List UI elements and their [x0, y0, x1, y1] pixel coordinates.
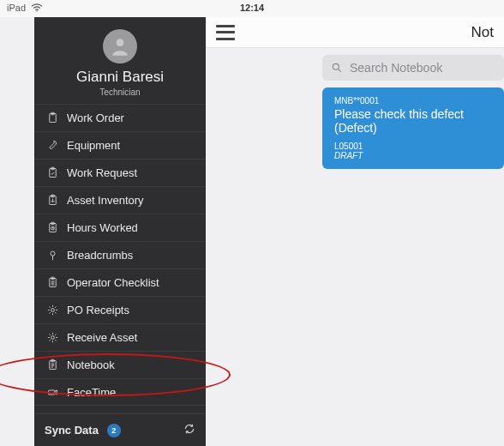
- user-role: Technician: [34, 87, 206, 97]
- sidebar-item-label: Operator Checklist: [67, 276, 159, 289]
- sidebar-item-label: Notebook: [67, 359, 115, 371]
- svg-point-1: [117, 39, 124, 46]
- clipboard-check-icon: [43, 166, 62, 179]
- main: Not Search Notebook MNB**0001 Please che…: [206, 17, 504, 446]
- topbar: Not: [206, 17, 504, 48]
- card-title: Please check this defect (Defect): [334, 107, 492, 135]
- avatar: [103, 29, 137, 63]
- clipboard-icon: [43, 112, 62, 124]
- sidebar-item-label: Equipment: [67, 139, 120, 152]
- search-placeholder: Search Notebook: [350, 61, 442, 75]
- pin-icon: [43, 249, 62, 262]
- sidebar-item-hours-worked[interactable]: Hours Worked: [34, 214, 206, 241]
- sync-badge: 2: [107, 424, 121, 437]
- sidebar-item-po-receipts[interactable]: PO Receipts: [34, 296, 206, 323]
- sidebar-item-facetime[interactable]: FaceTime: [34, 378, 206, 406]
- wifi-icon: [31, 3, 43, 12]
- sidebar-item-breadcrumbs[interactable]: Breadcrumbs: [34, 241, 206, 268]
- sidebar-item-work-request[interactable]: Work Request: [34, 159, 206, 186]
- wrench-icon: [43, 139, 62, 152]
- sidebar: Gianni Baresi Technician Work Order Equi…: [34, 17, 206, 446]
- sync-label: Sync Data: [45, 424, 99, 437]
- sidebar-item-label: Work Request: [67, 166, 137, 179]
- menu-icon[interactable]: [216, 25, 235, 40]
- page-title: Not: [471, 24, 494, 41]
- card-sub: L05001: [334, 142, 492, 151]
- sidebar-menu: Work Order Equipment Work Request Asset …: [34, 104, 206, 413]
- camera-icon: [43, 386, 62, 399]
- sidebar-item-label: FaceTime: [67, 386, 116, 399]
- clipboard-icon: [43, 359, 62, 371]
- svg-point-11: [51, 251, 55, 256]
- card-code: MNB**0001: [334, 96, 492, 105]
- clipboard-list-icon: [43, 276, 62, 289]
- sync-data[interactable]: Sync Data 2: [34, 413, 206, 446]
- svg-point-0: [36, 10, 37, 11]
- svg-point-19: [333, 63, 339, 69]
- sidebar-item-asset-inventory[interactable]: Asset Inventory: [34, 186, 206, 214]
- sidebar-item-label: Breadcrumbs: [67, 249, 133, 262]
- svg-point-15: [51, 336, 54, 340]
- sidebar-item-label: PO Receipts: [67, 304, 129, 316]
- clipboard-down-icon: [43, 194, 62, 207]
- profile[interactable]: Gianni Baresi Technician: [34, 17, 206, 104]
- card-status: DRAFT: [334, 151, 492, 160]
- search-icon: [331, 62, 343, 74]
- device-label: iPad: [7, 3, 26, 13]
- clock: 12:14: [240, 3, 264, 13]
- sidebar-item-work-order[interactable]: Work Order: [34, 104, 206, 131]
- clipboard-clock-icon: [43, 221, 62, 234]
- search-input[interactable]: Search Notebook: [322, 55, 504, 81]
- svg-rect-18: [48, 390, 55, 395]
- sidebar-item-operator-checklist[interactable]: Operator Checklist: [34, 268, 206, 296]
- refresh-icon[interactable]: [183, 423, 195, 437]
- user-name: Gianni Baresi: [34, 69, 206, 86]
- svg-point-14: [51, 309, 54, 312]
- sidebar-item-label: Work Order: [67, 112, 124, 124]
- sidebar-item-notebook[interactable]: Notebook: [34, 351, 206, 378]
- gear-icon: [43, 331, 62, 344]
- sidebar-item-label: Hours Worked: [67, 221, 138, 234]
- sidebar-item-receive-asset[interactable]: Receive Asset: [34, 323, 206, 351]
- status-bar: iPad 12:14: [0, 0, 504, 17]
- sidebar-item-label: Receive Asset: [67, 331, 137, 344]
- notebook-card[interactable]: MNB**0001 Please check this defect (Defe…: [322, 87, 504, 169]
- gear-icon: [43, 304, 62, 316]
- sidebar-item-label: Asset Inventory: [67, 194, 144, 207]
- sidebar-item-equipment[interactable]: Equipment: [34, 131, 206, 159]
